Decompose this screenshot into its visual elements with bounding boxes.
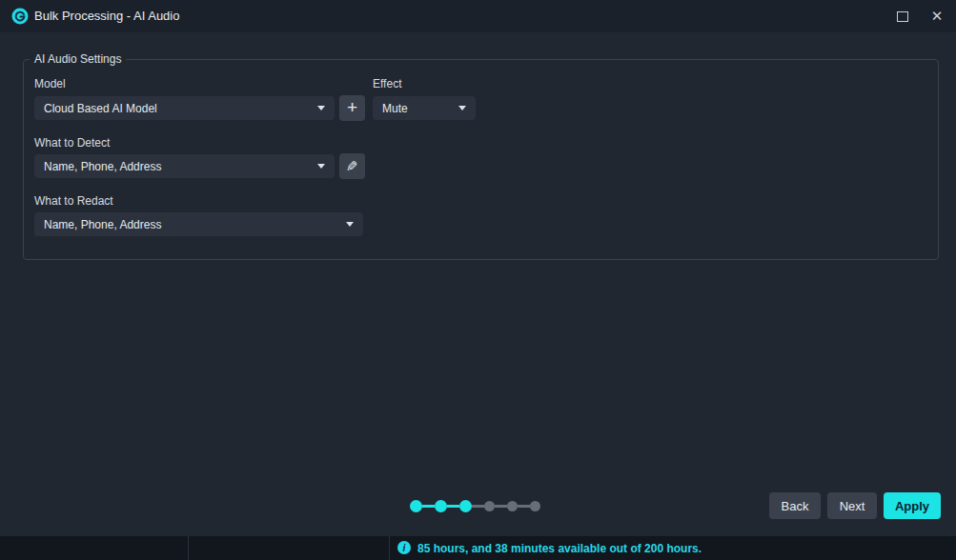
stepper-connector [495,505,507,508]
stepper-connector [422,505,435,508]
stepper-dot-6 [530,501,540,511]
detect-select-value: Name, Phone, Address [44,160,310,173]
model-select[interactable]: Cloud Based AI Model [34,96,335,120]
status-bar-divider [188,536,189,560]
panel-legend: AI Audio Settings [30,52,126,66]
maximize-icon [897,11,908,22]
add-model-button[interactable]: + [339,95,365,121]
title-bar: Bulk Processing - AI Audio ✕ [0,0,956,32]
close-button[interactable]: ✕ [918,0,956,32]
maximize-button[interactable] [884,0,922,32]
info-icon: i [397,541,411,554]
back-button[interactable]: Back [769,492,821,519]
detect-label: What to Detect [34,136,110,150]
redact-select-value: Name, Phone, Address [44,218,338,231]
stepper [410,498,540,513]
stepper-connector [447,505,459,508]
next-button[interactable]: Next [827,492,877,519]
hours-available-message: 85 hours, and 38 minutes available out o… [417,542,702,555]
close-icon: ✕ [931,8,944,25]
apply-button[interactable]: Apply [884,492,941,519]
effect-select[interactable]: Mute [373,96,476,120]
stepper-connector [472,505,484,508]
redact-label: What to Redact [34,194,113,208]
redact-select[interactable]: Name, Phone, Address [34,212,363,236]
stepper-dot-5 [507,501,518,511]
app-logo-icon [11,8,29,25]
effect-select-value: Mute [382,102,451,115]
plus-icon: + [347,98,357,116]
pencil-icon: ✎ [346,158,358,175]
status-bar: i 85 hours, and 38 minutes available out… [0,536,956,560]
detect-select[interactable]: Name, Phone, Address [34,154,335,178]
ai-audio-settings-panel: AI Audio Settings Model Cloud Based AI M… [23,59,939,260]
stepper-dot-3 [459,500,472,512]
stepper-dot-4 [484,501,495,511]
window-title: Bulk Processing - AI Audio [34,9,179,23]
stepper-dot-2 [435,500,447,512]
status-bar-divider [389,536,390,560]
model-label: Model [34,77,66,90]
chevron-down-icon [346,222,354,227]
stepper-dot-1 [410,500,422,512]
chevron-down-icon [458,106,466,110]
model-select-value: Cloud Based AI Model [44,102,310,115]
chevron-down-icon [317,106,325,110]
effect-label: Effect [373,77,401,90]
stepper-connector [518,505,530,508]
edit-detect-button[interactable]: ✎ [339,153,365,179]
chevron-down-icon [317,164,325,169]
